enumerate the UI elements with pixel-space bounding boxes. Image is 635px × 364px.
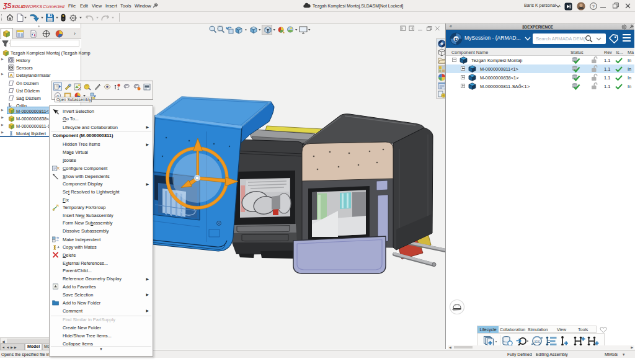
svg-text:?: ? [592, 4, 595, 9]
svg-text:3DS: 3DS [534, 340, 540, 344]
svg-text:ƷS: ƷS [3, 2, 11, 9]
svg-text:1: 1 [117, 87, 120, 91]
svg-text:SOLIDWORKS: SOLIDWORKS [12, 4, 42, 9]
svg-text:Connected: Connected [43, 4, 65, 9]
svg-text:A: A [9, 73, 13, 78]
svg-text:D: D [455, 37, 458, 42]
